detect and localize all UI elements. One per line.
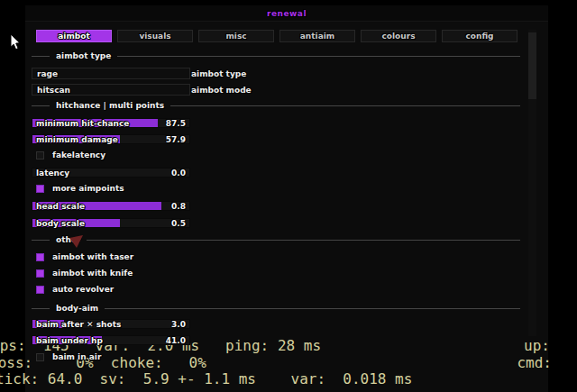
divider [117, 56, 520, 57]
slider-latency[interactable]: latency 0.0 [32, 168, 190, 178]
checkbox-label: fakelatency [52, 150, 105, 160]
aimbot-with-knife-checkbox[interactable] [36, 269, 44, 278]
auto-revolver-checkbox[interactable] [36, 286, 44, 294]
scrollbar-thumb[interactable] [528, 32, 536, 99]
window-title: renewal [267, 9, 307, 18]
dropdown-aimbot-type-label: aimbot type [191, 68, 246, 79]
tab-aimbot[interactable]: aimbot [36, 30, 112, 42]
slider-label: baim after ✕ shots [36, 320, 121, 328]
divider [105, 308, 520, 309]
netgraph-line1-right: up: [524, 337, 550, 354]
tab-antiaim[interactable]: antiaim [279, 30, 355, 42]
aimbot-with-taser-checkbox[interactable] [36, 253, 44, 261]
slider-label: minimum damage [36, 135, 118, 143]
slider-label: head scale [36, 202, 85, 210]
more-aimpoints-checkbox[interactable] [36, 185, 44, 193]
tab-colours[interactable]: colours [361, 30, 436, 42]
section-title: body-aim [50, 304, 105, 313]
divider [32, 56, 50, 57]
divider [32, 308, 50, 309]
slider-value: 0.5 [171, 219, 186, 227]
checkbox-row-aimbot-with-knife[interactable]: aimbot with knife [36, 269, 133, 278]
section-header-aimbot-type: aimbot type [32, 50, 520, 61]
slider-head-scale[interactable]: head scale 0.8 [32, 201, 190, 211]
fakelatency-checkbox[interactable] [36, 151, 44, 160]
slider-label: baim under hp [36, 336, 103, 344]
dropdown-aimbot-type[interactable]: rage [32, 68, 190, 79]
slider-value: 0.0 [171, 169, 186, 177]
slider-label: minimum hit-chance [36, 119, 129, 127]
netgraph-line2-right: cmd: [517, 354, 552, 371]
slider-value: 3.0 [171, 320, 186, 328]
dropdown-aimbot-mode-label: aimbot mode [191, 84, 252, 96]
slider-value: 0.8 [171, 202, 186, 210]
checkbox-row-auto-revolver[interactable]: auto revolver [36, 285, 114, 294]
cheat-menu-window: renewal aimbot visuals misc antiaim colo… [25, 5, 548, 392]
red-arrow-decal [69, 235, 85, 250]
tab-visuals[interactable]: visuals [117, 30, 193, 42]
netgraph-line3: tick: 64.0 sv: 5.9 +- 1.1 ms var: 0.018 … [0, 370, 412, 387]
slider-label: latency [36, 169, 69, 177]
slider-minimum-hit-chance[interactable]: minimum hit-chance 87.5 [32, 118, 190, 128]
slider-label: body scale [36, 219, 85, 227]
checkbox-label: aimbot with taser [52, 252, 133, 261]
slider-baim-after-x-shots[interactable]: baim after ✕ shots 3.0 [32, 319, 190, 329]
slider-value: 57.9 [166, 135, 186, 143]
checkbox-row-baim-in-air[interactable]: baim in air [36, 352, 101, 361]
checkbox-row-more-aimpoints[interactable]: more aimpoints [36, 184, 124, 193]
dropdown-aimbot-mode[interactable]: hitscan [32, 84, 190, 96]
netgraph-line2: loss: 0% choke: 0% [0, 354, 206, 371]
checkbox-row-aimbot-with-taser[interactable]: aimbot with taser [36, 252, 133, 261]
slider-body-scale[interactable]: body scale 0.5 [32, 218, 190, 228]
divider [170, 105, 520, 106]
divider [32, 105, 50, 106]
slider-value: 41.0 [166, 336, 186, 344]
section-header-hitchance: hitchance | multi points [32, 100, 520, 111]
baim-in-air-checkbox[interactable] [36, 353, 44, 361]
divider [32, 240, 50, 241]
section-title: hitchance | multi points [50, 101, 170, 110]
slider-value: 87.5 [166, 119, 186, 127]
tab-config[interactable]: config [442, 30, 517, 42]
checkbox-row-fakelatency[interactable]: fakelatency [36, 150, 105, 160]
checkbox-label: auto revolver [52, 285, 114, 294]
divider [87, 240, 520, 241]
checkbox-label: more aimpoints [52, 184, 124, 193]
title-bar[interactable]: renewal [25, 5, 548, 22]
checkbox-label: baim in air [52, 352, 101, 361]
section-header-other: other [32, 234, 520, 245]
slider-baim-under-hp[interactable]: baim under hp 41.0 [32, 335, 190, 345]
section-title: aimbot type [50, 51, 117, 60]
tab-misc[interactable]: misc [198, 30, 274, 42]
section-header-body-aim: body-aim [32, 303, 520, 314]
slider-minimum-damage[interactable]: minimum damage 57.9 [32, 134, 190, 144]
mouse-cursor-icon [10, 33, 22, 50]
checkbox-label: aimbot with knife [52, 269, 133, 278]
